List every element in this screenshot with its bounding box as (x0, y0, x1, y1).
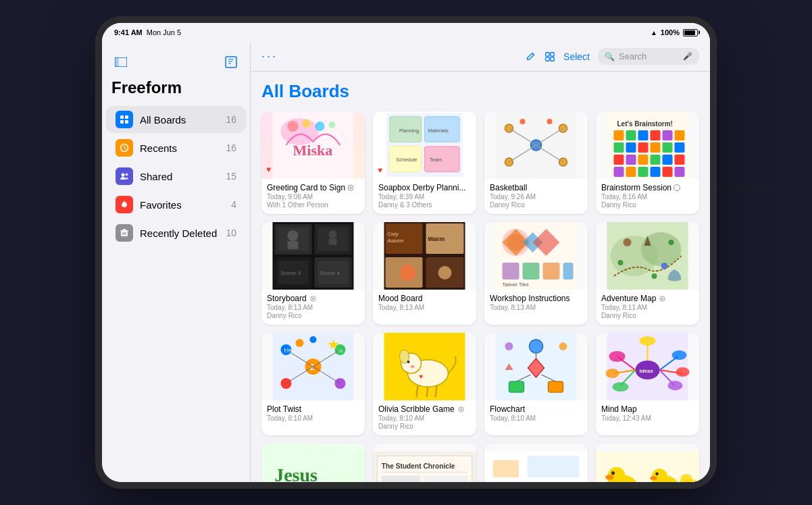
board-thumbnail-moodboard: Cozy Autumn Warm (373, 222, 476, 290)
sidebar-label-recents: Recents (140, 142, 226, 154)
board-card-olivia[interactable]: ♥ Olivia Scribble Game Today, 8:10 AM Da… (373, 333, 476, 435)
svg-rect-59 (638, 130, 649, 140)
search-icon: 🔍 (605, 52, 615, 61)
board-card-mindmap[interactable]: Ideas Mind Map Today, 12:43 AM (596, 333, 699, 435)
svg-point-150 (407, 361, 410, 363)
svg-point-167 (559, 342, 567, 350)
svg-rect-78 (651, 167, 661, 177)
sidebar-icon-all-boards (116, 111, 133, 128)
sidebar-count-recents: 16 (226, 142, 236, 153)
board-date-moodboard: Today, 8:13 AM (378, 304, 471, 311)
board-card-row4b[interactable]: The Student Chronicle The Student Chroni… (373, 444, 476, 482)
board-thumbnail-row4a: Jesus (261, 444, 365, 482)
svg-text:Warm: Warm (428, 236, 445, 242)
search-placeholder: Search (619, 51, 679, 61)
search-bar[interactable]: 🔍 Search 🎤 (598, 48, 699, 65)
svg-text:Scene 4: Scene 4 (320, 270, 340, 276)
board-title-row-storyboard: Storyboard (267, 294, 359, 303)
board-card-moodboard[interactable]: Cozy Autumn Warm Mood Boa (373, 222, 476, 325)
board-title-row-plottwist: Plot Twist (267, 404, 359, 414)
board-author-adventure: Danny Rico (601, 312, 694, 319)
sidebar-item-all-boards[interactable]: All Boards 16 (106, 106, 246, 133)
board-info-brainstorm: Brainstorm Session Today, 8:16 AM Danny … (596, 179, 699, 214)
mic-icon[interactable]: 🎤 (683, 52, 692, 61)
board-title-row-workshop: Workshop Instructions (490, 294, 582, 303)
svg-point-184 (640, 336, 656, 346)
compose-button[interactable] (526, 51, 536, 62)
svg-rect-65 (638, 142, 649, 153)
svg-text:Jesus: Jesus (274, 464, 318, 482)
svg-point-129 (662, 298, 664, 300)
svg-rect-193 (425, 475, 468, 482)
board-title-row-mindmap: Mind Map (601, 404, 694, 414)
board-card-row4c[interactable]: Board 15 (484, 444, 588, 482)
board-card-row4a[interactable]: Jesus Jesus board (261, 444, 365, 482)
svg-text:Team: Team (430, 157, 442, 163)
svg-text:Miska: Miska (293, 142, 333, 159)
board-date-storyboard: Today, 8:13 AM (267, 304, 359, 311)
board-author-greeting: With 1 Other Person (267, 201, 359, 209)
outer-wrapper: A board marked as a favorite A shared bo… (34, 9, 778, 496)
svg-rect-58 (626, 130, 636, 140)
svg-rect-73 (663, 155, 673, 165)
svg-point-31 (329, 122, 336, 128)
svg-rect-22 (551, 52, 554, 55)
board-info-workshop: Workshop Instructions Today, 8:13 AM (484, 290, 588, 317)
sidebar-item-favorites[interactable]: Favorites 4 (106, 191, 246, 218)
toolbar-more-button[interactable]: ··· (261, 49, 278, 63)
sidebar-app-title: Freeform (102, 76, 250, 105)
board-card-row4d[interactable]: Duck board (596, 444, 699, 482)
sidebar-count-all-boards: 16 (226, 114, 236, 125)
board-thumbnail-row4b: The Student Chronicle (373, 444, 476, 482)
svg-rect-7 (125, 115, 128, 119)
board-date-olivia: Today, 8:10 AM (378, 415, 471, 422)
board-card-adventure[interactable]: Adventure Map Today, 8:11 AM Danny Rico (596, 222, 699, 325)
sidebar-new-button[interactable] (222, 53, 240, 72)
shared-indicator-brainstorm (674, 184, 680, 191)
svg-point-157 (460, 408, 462, 410)
grid-view-button[interactable] (544, 51, 555, 62)
sidebar-item-recently-deleted[interactable]: Recently Deleted 10 (106, 219, 246, 246)
sidebar-icon-deleted (116, 224, 133, 242)
board-info-plottwist: Plot Twist Today, 8:10 AM (261, 400, 365, 427)
svg-point-209 (650, 476, 657, 480)
board-name-basketball: Basketball (490, 183, 527, 192)
select-button[interactable]: Select (563, 51, 590, 62)
board-card-basketball[interactable]: Basketball Today, 9:26 AM Danny Rico (484, 111, 588, 214)
board-info-olivia: Olivia Scribble Game Today, 8:10 AM Dann… (373, 400, 476, 435)
board-title-row-flowchart: Flowchart (490, 404, 582, 414)
svg-rect-72 (651, 155, 661, 165)
sidebar-item-recents[interactable]: Recents 16 (106, 134, 246, 161)
sidebar-label-shared: Shared (140, 171, 226, 182)
svg-point-166 (505, 342, 513, 350)
board-card-plottwist[interactable]: 2 He In (261, 333, 365, 435)
svg-rect-77 (638, 167, 649, 177)
board-card-greeting-card[interactable]: Miska ♥ Greeting Card to S (261, 111, 365, 214)
board-name-brainstorm: Brainstorm Session (601, 183, 671, 192)
board-thumbnail-row4d (596, 444, 699, 482)
sidebar-count-shared: 15 (226, 171, 236, 182)
board-card-workshop[interactable]: Talever Tiles Workshop Instructions Toda… (484, 222, 588, 325)
board-name-greeting: Greeting Card to Sign (267, 183, 345, 192)
svg-point-206 (611, 471, 615, 475)
board-card-storyboard[interactable]: Scene 3 Scene 4 Storyboard Today, 8:13 A… (261, 222, 365, 325)
svg-rect-116 (543, 263, 560, 280)
sidebar-icon-recents (116, 139, 133, 157)
wifi-icon: ▲ (651, 29, 657, 36)
svg-rect-89 (288, 241, 299, 249)
board-author-soapbox: Danny & 3 Others (378, 201, 471, 209)
toolbar-right: Select 🔍 Search 🎤 (526, 48, 699, 65)
board-card-soapbox[interactable]: Planning Materials Schedule Team ♥ Soapb… (373, 111, 476, 214)
svg-line-12 (124, 149, 126, 150)
sidebar-item-shared[interactable]: Shared 15 (106, 163, 246, 190)
board-card-brainstorm[interactable]: Let's Brainstorm! (596, 111, 699, 214)
svg-text:♥: ♥ (420, 373, 424, 380)
board-date-mindmap: Today, 12:43 AM (601, 415, 694, 422)
boards-grid: Miska ♥ Greeting Card to S (261, 111, 699, 482)
board-date-adventure: Today, 8:11 AM (601, 304, 694, 311)
board-info-greeting-card: Greeting Card to Sign Today, 9:06 AM Wit… (261, 179, 365, 214)
sidebar-toggle-button[interactable] (111, 53, 130, 72)
content-area: All Boards Miska (251, 72, 710, 482)
board-card-flowchart[interactable]: Flowchart Today, 8:10 AM (484, 333, 588, 435)
svg-rect-2 (226, 57, 236, 68)
